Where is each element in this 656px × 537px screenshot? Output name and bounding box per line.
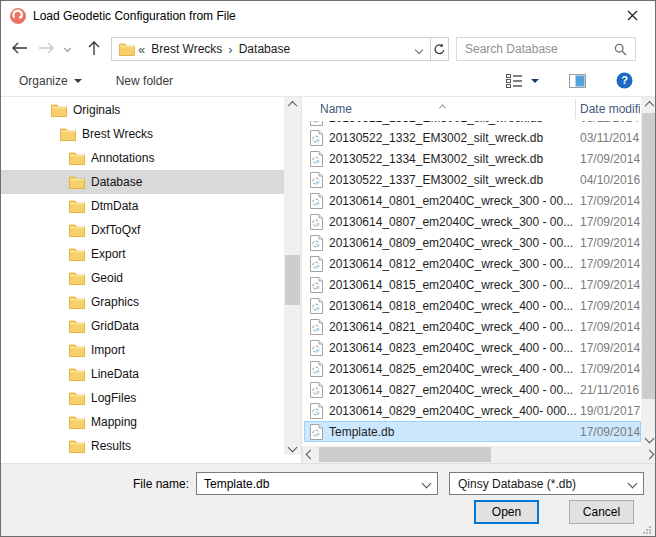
scroll-up-icon[interactable]: [284, 97, 301, 112]
organize-button[interactable]: Organize: [11, 70, 90, 92]
chevron-down-icon: [74, 79, 82, 83]
list-vertical-scrollbar[interactable]: [641, 97, 656, 446]
scroll-right-icon[interactable]: [642, 447, 656, 462]
organize-label: Organize: [19, 74, 68, 88]
scroll-left-icon[interactable]: [303, 447, 318, 462]
db-file-icon: [310, 193, 323, 209]
tree-item-database[interactable]: Database: [1, 170, 284, 194]
breadcrumb-item-brest-wrecks[interactable]: Brest Wrecks: [148, 42, 225, 56]
file-date-modified: 04/10/2016: [580, 173, 640, 187]
file-row[interactable]: 20130614_0829_em2040C_wreck_400- 000... …: [304, 400, 641, 421]
address-bar[interactable]: « Brest Wrecks › Database: [111, 37, 431, 61]
file-type-select[interactable]: Qinsy Database (*.db): [449, 472, 644, 495]
address-dropdown-button[interactable]: [416, 42, 430, 56]
breadcrumb-truncation[interactable]: «: [135, 42, 148, 57]
tree-item-brest-wrecks[interactable]: Brest Wrecks: [1, 122, 284, 146]
file-name-dropdown-icon[interactable]: [423, 480, 437, 487]
tree-item-mapping[interactable]: Mapping: [1, 410, 284, 434]
db-file-icon: [310, 235, 323, 251]
file-row[interactable]: 20130614_0809_em2040C_wreck_300 - 00... …: [304, 232, 641, 253]
tree-item-label: GridData: [91, 319, 139, 333]
tree-scrollbar-thumb[interactable]: [285, 255, 300, 305]
help-button[interactable]: ?: [608, 68, 641, 93]
file-row[interactable]: 20130522_1337_EM3002_silt_wreck.db 04/10…: [304, 169, 641, 190]
folder-icon: [60, 128, 76, 141]
back-button[interactable]: [5, 36, 33, 60]
search-icon[interactable]: [614, 43, 635, 56]
file-row[interactable]: 20130522_1334_EM3002_silt_wreck.db 17/09…: [304, 148, 641, 169]
chevron-down-icon: [63, 44, 70, 51]
file-date-modified: 17/09/2014: [580, 194, 640, 208]
scroll-down-icon[interactable]: [641, 431, 656, 446]
db-file-icon: [310, 340, 323, 356]
resize-grip[interactable]: [642, 525, 652, 535]
tree-item-label: Import: [91, 343, 125, 357]
change-view-button[interactable]: [498, 70, 547, 92]
file-date-modified: 17/09/2014: [580, 257, 640, 271]
forward-button[interactable]: [33, 36, 59, 60]
folder-icon: [69, 296, 85, 309]
tree-item-graphics[interactable]: Graphics: [1, 290, 284, 314]
recent-locations-button[interactable]: [59, 36, 75, 60]
dialog-footer: File name: Qinsy Database (*.db) Open Ca…: [1, 463, 655, 537]
list-hscrollbar-thumb[interactable]: [319, 447, 491, 462]
tree-item-linedata[interactable]: LineData: [1, 362, 284, 386]
scroll-up-icon[interactable]: [641, 97, 656, 112]
tree-item-label: Results: [91, 439, 131, 453]
tree-item-originals[interactable]: Originals: [1, 98, 284, 122]
file-row[interactable]: 20130614_0827_em2040C_wreck_400 - 00... …: [304, 379, 641, 400]
folder-icon: [51, 104, 67, 117]
list-vscrollbar-thumb[interactable]: [642, 113, 656, 399]
tree-item-geoid[interactable]: Geoid: [1, 266, 284, 290]
tree-item-griddata[interactable]: GridData: [1, 314, 284, 338]
db-file-icon: [310, 319, 323, 335]
tree-item-results[interactable]: Results: [1, 434, 284, 458]
tree-item-export[interactable]: Export: [1, 242, 284, 266]
file-name-input[interactable]: [197, 477, 423, 491]
file-row[interactable]: 20130614_0801_em2040C_wreck_300 - 00... …: [304, 190, 641, 211]
file-date-modified: 03/11/2014: [580, 131, 639, 145]
list-horizontal-scrollbar[interactable]: [302, 446, 656, 463]
tree-item-dtmdata[interactable]: DtmData: [1, 194, 284, 218]
tree-vertical-scrollbar[interactable]: [284, 97, 301, 455]
file-row[interactable]: 20130614_0818_em2040C_wreck_400 - 00... …: [304, 295, 641, 316]
file-name: 20130614_0825_em2040C_wreck_400 - 00...: [329, 362, 573, 376]
refresh-icon: [433, 43, 446, 56]
folder-icon: [69, 152, 85, 165]
navigation-bar: « Brest Wrecks › Database: [1, 31, 655, 65]
file-row[interactable]: 20130614_0812_em2040C_wreck_300 - 00... …: [304, 253, 641, 274]
file-row[interactable]: 20130614_0821_em2040C_wreck_400 - 00... …: [304, 316, 641, 337]
tree-item-label: DxfToQxf: [91, 223, 140, 237]
tree-item-logfiles[interactable]: LogFiles: [1, 386, 284, 410]
file-row[interactable]: 20130614_0823_em2040C_wreck_400 - 00... …: [304, 337, 641, 358]
tree-item-import[interactable]: Import: [1, 338, 284, 362]
preview-pane-button[interactable]: [561, 70, 594, 92]
cancel-button[interactable]: Cancel: [569, 500, 634, 524]
file-name-label: File name:: [101, 477, 189, 491]
open-button[interactable]: Open: [474, 500, 539, 524]
qinsy-logo-icon: [10, 8, 26, 24]
tree-item-annotations[interactable]: Annotations: [1, 146, 284, 170]
file-name: 20130614_0801_em2040C_wreck_300 - 00...: [329, 194, 573, 208]
file-name: 20130522_1334_EM3002_silt_wreck.db: [329, 152, 543, 166]
new-folder-button[interactable]: New folder: [108, 70, 181, 92]
tree-item-label: Originals: [73, 103, 120, 117]
search-input[interactable]: [457, 42, 614, 56]
tree-item-dxftoqxf[interactable]: DxfToQxf: [1, 218, 284, 242]
up-button[interactable]: [81, 36, 107, 60]
breadcrumb-item-database[interactable]: Database: [236, 42, 293, 56]
scroll-down-icon[interactable]: [284, 440, 301, 455]
file-row[interactable]: Template.db 17/09/2014: [304, 421, 641, 442]
file-row[interactable]: 20130614_0815_em2040C_wreck_300 - 00... …: [304, 274, 641, 295]
file-row[interactable]: 20130614_0825_em2040C_wreck_400 - 00... …: [304, 358, 641, 379]
tree-item-label: Geoid: [91, 271, 123, 285]
file-type-dropdown-icon: [629, 480, 643, 487]
file-name: 20130522_1332_EM3002_silt_wreck.db: [329, 131, 543, 145]
up-arrow-icon: [88, 40, 100, 56]
file-row[interactable]: 20130522_1332_EM3002_silt_wreck.db 03/11…: [304, 127, 641, 148]
refresh-button[interactable]: [431, 37, 449, 61]
db-file-icon: [310, 172, 323, 188]
folder-icon: [119, 43, 135, 56]
file-row[interactable]: 20130614_0807_em2040C_wreck_300 - 00... …: [304, 211, 641, 232]
close-button[interactable]: [610, 1, 655, 30]
